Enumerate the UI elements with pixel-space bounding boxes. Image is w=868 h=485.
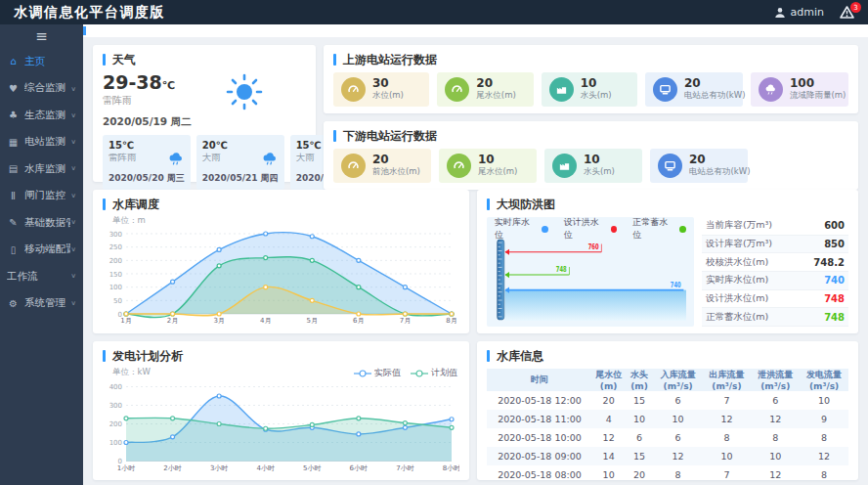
svg-text:5小时: 5小时 bbox=[303, 464, 321, 472]
downstream-card-2: 10水头(m) bbox=[544, 149, 642, 183]
sidebar-item-2[interactable]: ♣生态监测∨ bbox=[0, 102, 83, 129]
weather-date: 2020/05/19 周二 bbox=[103, 115, 306, 129]
svg-text:4月: 4月 bbox=[260, 317, 271, 325]
svg-text:8小时: 8小时 bbox=[443, 464, 459, 472]
app-header: 水调信息化平台调度版 admin 3 bbox=[0, 0, 868, 24]
gauge-icon bbox=[341, 154, 366, 178]
column-header-0: 时间 bbox=[487, 369, 592, 391]
table-row: 2020-05-18 09:00141512101012 bbox=[487, 447, 848, 465]
svg-text:3小时: 3小时 bbox=[210, 464, 228, 472]
upstream-cards: 30水位(m) 20尾水位(m) 10水头(m) 20电站总有功(kW) 100… bbox=[333, 72, 848, 107]
upstream-card-1: 20尾水位(m) bbox=[437, 72, 533, 107]
sidebar-item-8[interactable]: 工作流∨ bbox=[0, 263, 83, 290]
svg-text:7月: 7月 bbox=[400, 317, 411, 325]
sidebar-item-4[interactable]: ▤水库监测∨ bbox=[0, 155, 83, 183]
svg-text:3月: 3月 bbox=[213, 317, 224, 325]
forecast-card-0: 15℃ 雷阵雨 2020/05/20 周三 bbox=[103, 135, 191, 190]
user-icon bbox=[774, 7, 786, 19]
svg-text:8月: 8月 bbox=[446, 317, 456, 325]
reservoir-info-title: 水库信息 bbox=[497, 348, 543, 365]
station-icon: ▦ bbox=[7, 137, 20, 148]
sidebar-item-label: 水库监测 bbox=[24, 162, 70, 176]
sidebar-nav: ⌂主页♥综合监测∨♣生态监测∨▦电站监测∨▤水库监测∨Ⅱ闸门监控∨✎基础数据管理… bbox=[0, 48, 83, 317]
reservoir-dispatch-title: 水库调度 bbox=[112, 197, 159, 213]
upstream-card-3: 20电站总有功(kW) bbox=[645, 72, 743, 107]
reservoir-icon: ▤ bbox=[7, 163, 20, 174]
legend-dot-icon bbox=[679, 226, 686, 233]
table-header: 时间尾水位(m)水头(m)入库流量(m³/s)出库流量(m³/s)泄洪流量(m³… bbox=[487, 369, 848, 391]
user-menu[interactable]: admin bbox=[774, 6, 824, 19]
svg-text:100: 100 bbox=[109, 284, 122, 291]
upstream-title: 上游电站运行数据 bbox=[343, 52, 437, 68]
downstream-card-3: 20电站总有功(kW) bbox=[650, 149, 748, 183]
tab-bar bbox=[83, 24, 868, 37]
eco-icon: ♣ bbox=[7, 110, 20, 120]
factory-icon bbox=[549, 77, 574, 102]
column-header-1: 尾水位(m) bbox=[592, 369, 625, 391]
column-header-4: 出库流量(m³/s) bbox=[703, 369, 752, 391]
svg-text:6月: 6月 bbox=[353, 317, 364, 325]
sidebar-item-0[interactable]: ⌂主页 bbox=[0, 48, 83, 75]
power-plan-legend: 实际值计划值 bbox=[354, 367, 457, 379]
reservoir-info-table: 时间尾水位(m)水头(m)入库流量(m³/s)出库流量(m³/s)泄洪流量(m³… bbox=[487, 369, 848, 484]
gauge-icon bbox=[447, 154, 471, 178]
cloud-rain-icon bbox=[168, 151, 185, 165]
svg-text:150: 150 bbox=[109, 271, 122, 279]
legend-dot-icon bbox=[542, 226, 548, 233]
sidebar-item-7[interactable]: ▯移动端配置∨ bbox=[0, 237, 83, 264]
forecast-list: 15℃ 雷阵雨 2020/05/20 周三20℃ 大雨 2020/05/21 周… bbox=[103, 135, 306, 190]
column-header-3: 入库流量(m³/s) bbox=[654, 369, 703, 391]
app-title: 水调信息化平台调度版 bbox=[14, 4, 165, 22]
upstream-card-4: 100流域降雨量(m) bbox=[751, 72, 848, 107]
sidebar-item-9[interactable]: ⚙系统管理∨ bbox=[0, 290, 83, 318]
sidebar: ≡ ⌂主页♥综合监测∨♣生态监测∨▦电站监测∨▤水库监测∨Ⅱ闸门监控∨✎基础数据… bbox=[0, 24, 83, 485]
chevron-down-icon: ∨ bbox=[70, 193, 76, 199]
svg-text:100: 100 bbox=[109, 439, 122, 447]
dam-legend: 实时库水位设计洪水位正常蓄水位 bbox=[495, 221, 686, 237]
svg-text:200: 200 bbox=[109, 257, 122, 265]
svg-text:200: 200 bbox=[109, 420, 122, 428]
dam-stat-row-4: 设计洪水位(m)748 bbox=[702, 290, 848, 309]
reservoir-info-panel: 水库信息 时间尾水位(m)水头(m)入库流量(m³/s)出库流量(m³/s)泄洪… bbox=[477, 341, 858, 480]
sidebar-item-1[interactable]: ♥综合监测∨ bbox=[0, 75, 83, 103]
dam-stat-row-3: 实时库水位(m)740 bbox=[702, 272, 848, 290]
column-header-6: 发电流量(m³/s) bbox=[800, 369, 848, 391]
table-body: 2020-05-18 12:002015676102020-05-18 11:0… bbox=[487, 391, 848, 484]
sidebar-item-5[interactable]: Ⅱ闸门监控∨ bbox=[0, 183, 83, 210]
sidebar-item-label: 生态监测 bbox=[24, 109, 70, 122]
menu-collapse-button[interactable]: ≡ bbox=[0, 24, 83, 48]
reservoir-dispatch-panel: 水库调度 单位：m 0501001502002503001月2月3月4月5月6月… bbox=[93, 190, 469, 333]
downstream-panel: 下游电站运行数据 20前池水位(m) 10尾水位(m) 10水头(m) 20电站… bbox=[324, 121, 858, 190]
reservoir-dispatch-unit: 单位：m bbox=[112, 215, 459, 227]
svg-text:250: 250 bbox=[109, 243, 122, 251]
downstream-card-0: 20前池水位(m) bbox=[333, 149, 431, 183]
table-row: 2020-05-18 08:00102087128 bbox=[487, 465, 848, 484]
dam-stat-row-5: 正常蓄水位(m)748 bbox=[702, 308, 848, 327]
table-row: 2020-05-18 10:001266888 bbox=[487, 428, 848, 447]
chevron-down-icon: ∨ bbox=[70, 219, 76, 226]
legend-item-1[interactable]: 计划值 bbox=[411, 367, 457, 379]
monitor-icon bbox=[653, 77, 677, 102]
chevron-down-icon: ∨ bbox=[70, 85, 76, 92]
gauge-icon bbox=[341, 77, 366, 102]
dam-flood-panel: 大坝防洪图 实时库水位设计洪水位正常蓄水位 760748740 当前库容(万m³… bbox=[477, 190, 858, 333]
sidebar-item-6[interactable]: ✎基础数据管理∨ bbox=[0, 209, 83, 237]
legend-item-0[interactable]: 实际值 bbox=[354, 367, 401, 379]
alert-button[interactable]: 3 bbox=[840, 6, 854, 19]
table-row: 2020-05-18 11:004101012129 bbox=[487, 410, 848, 428]
sidebar-item-label: 综合监测 bbox=[24, 81, 70, 95]
sidebar-item-3[interactable]: ▦电站监测∨ bbox=[0, 129, 83, 156]
heart-monitor-icon: ♥ bbox=[7, 83, 20, 94]
chevron-down-icon: ∨ bbox=[70, 165, 76, 172]
sidebar-item-label: 闸门监控 bbox=[24, 189, 70, 202]
power-plan-panel: 发电计划分析 单位：kW 实际值计划值 01002003004001小时2小时3… bbox=[93, 341, 469, 480]
gears-icon: ⚙ bbox=[7, 298, 20, 309]
sidebar-item-label: 电站监测 bbox=[24, 135, 70, 149]
table-row: 2020-05-18 12:00201567610 bbox=[487, 391, 848, 410]
chevron-down-icon: ∨ bbox=[70, 246, 76, 253]
reservoir-dispatch-chart: 0501001502002503001月2月3月4月5月6月7月8月 bbox=[103, 227, 459, 327]
power-plan-chart: 01002003004001小时2小时3小时4小时5小时6小时7小时8小时 bbox=[103, 378, 459, 473]
weather-condition: 雷阵雨 bbox=[103, 94, 175, 108]
factory-icon bbox=[552, 154, 577, 178]
dam-diagram: 760748740 bbox=[495, 237, 686, 323]
